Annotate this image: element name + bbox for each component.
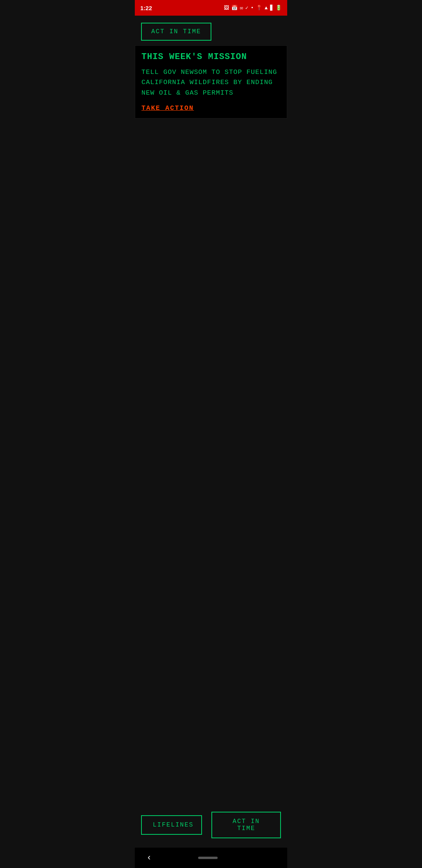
home-pill[interactable] — [198, 857, 218, 859]
photo-icon: 🖼 — [224, 5, 229, 11]
mission-section-label: THIS WEEK'S MISSION — [141, 52, 281, 62]
status-bar: 1:22 🖼 📅 ✉ ✓ • 📍 ▲ ▊ 🔋 — [135, 0, 287, 16]
main-content — [135, 118, 287, 804]
header: ACT IN TIME — [135, 16, 287, 45]
mission-text: TELL GOV NEWSOM TO STOP FUELING CALIFORN… — [141, 67, 281, 98]
header-app-title-button[interactable]: ACT IN TIME — [141, 23, 211, 41]
lifelines-button[interactable]: LIFELINES — [141, 815, 202, 835]
signal-icon: ▊ — [270, 5, 273, 11]
back-button[interactable]: ‹ — [147, 853, 152, 863]
wifi-icon: ▲ — [265, 5, 268, 11]
dot-icon: • — [251, 5, 254, 11]
mission-card: THIS WEEK'S MISSION TELL GOV NEWSOM TO S… — [135, 45, 287, 118]
status-time: 1:22 — [140, 5, 152, 11]
take-action-link[interactable]: TAKE ACTION — [141, 104, 194, 112]
bottom-nav: LIFELINES ACT IN TIME — [135, 804, 287, 848]
battery-icon: 🔋 — [275, 5, 282, 11]
checkmark-icon: ✓ — [245, 5, 249, 11]
act-in-time-button[interactable]: ACT IN TIME — [211, 812, 281, 838]
status-icons: 🖼 📅 ✉ ✓ • 📍 ▲ ▊ 🔋 — [224, 5, 282, 11]
calendar-icon: 📅 — [231, 5, 238, 11]
system-nav-bar: ‹ — [135, 848, 287, 868]
mail-icon: ✉ — [240, 5, 243, 11]
location-icon: 📍 — [256, 5, 262, 11]
